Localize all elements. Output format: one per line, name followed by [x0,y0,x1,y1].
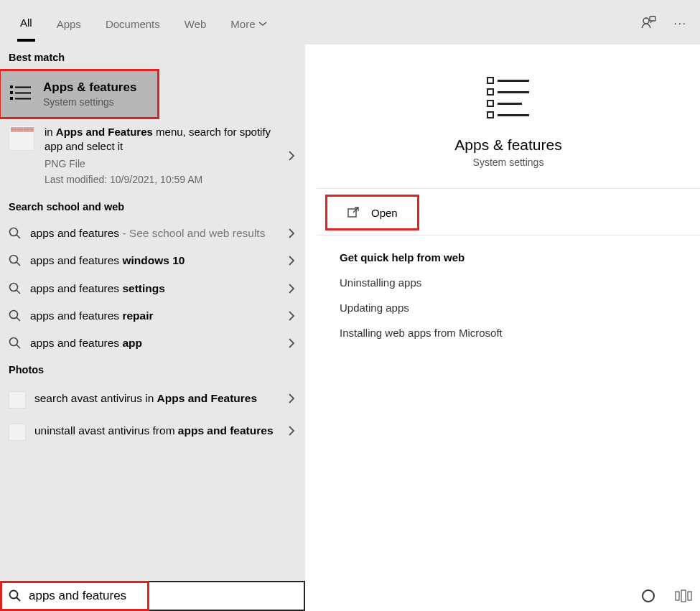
best-match-title: Apps & features [43,80,136,95]
help-link-updating[interactable]: Updating apps [340,302,677,314]
svg-rect-20 [487,78,493,83]
svg-point-16 [10,337,18,345]
chevron-right-icon [288,337,295,349]
tab-more-label: More [230,18,255,30]
web-result-3[interactable]: apps and features repair [0,302,305,330]
search-icon [9,589,22,602]
tab-apps[interactable]: Apps [54,5,84,40]
more-options-icon[interactable]: ··· [673,17,687,29]
best-match-subtitle: System settings [43,96,136,108]
svg-rect-1 [650,17,655,21]
search-bar[interactable] [0,581,305,611]
svg-point-0 [643,18,649,24]
web-result-1[interactable]: apps and features windows 10 [0,247,305,274]
tab-documents[interactable]: Documents [103,5,163,40]
tab-more[interactable]: More [228,5,269,40]
svg-point-14 [10,310,18,318]
svg-point-29 [643,590,654,602]
svg-rect-6 [10,97,13,100]
search-icon [9,227,22,240]
best-match-result[interactable]: Apps & features System settings [0,70,158,118]
apps-features-large-icon [480,70,536,126]
open-label: Open [371,207,398,219]
web-result-prefix: apps and features [30,282,122,294]
svg-rect-26 [487,112,493,118]
web-result-2[interactable]: apps and features settings [0,275,305,302]
svg-line-17 [17,345,20,348]
help-link-uninstalling[interactable]: Uninstalling apps [340,276,677,289]
svg-rect-31 [681,590,686,602]
photo-result-pre: uninstall avast antivirus from [34,424,178,437]
svg-line-11 [17,262,20,266]
open-button[interactable]: Open [327,196,418,229]
svg-rect-21 [498,80,529,82]
svg-point-10 [10,256,18,263]
topbar: All Apps Documents Web More ··· [0,0,700,45]
file-result-text-bold: Apps and Features [56,126,153,138]
search-tabs: All Apps Documents Web More [17,4,270,42]
file-result[interactable]: ▓▓▓▓▓▓▓▓▓▓▓▓ in Apps and Features menu, … [0,118,305,194]
apps-features-icon [9,82,33,106]
svg-rect-30 [676,592,679,600]
photo-result-pre: search avast antivirus in [34,392,157,404]
details-title: Apps & features [454,136,561,154]
web-result-suffix: - See school and web results [119,227,265,239]
web-result-4[interactable]: apps and features app [0,330,305,357]
photo-thumb-icon [9,391,26,409]
search-bar-wrap [0,581,305,611]
svg-rect-32 [688,592,691,600]
photo-result-bold: Apps and Features [157,392,258,404]
search-icon [9,282,22,295]
svg-rect-28 [348,209,356,217]
web-result-bold: repair [122,309,153,322]
tab-web[interactable]: Web [182,5,210,40]
svg-line-19 [17,597,20,601]
help-heading: Get quick help from web [340,251,677,263]
web-result-prefix: apps and features [30,337,122,349]
photo-result-1[interactable]: uninstall avast antivirus from apps and … [0,415,305,447]
photo-result-0[interactable]: search avast antivirus in Apps and Featu… [0,383,305,415]
svg-rect-7 [15,98,31,100]
photo-thumb-icon [9,424,26,441]
chevron-right-icon [288,283,295,294]
open-icon [347,206,360,219]
svg-rect-27 [498,114,529,116]
svg-line-13 [17,290,20,294]
web-result-bold: settings [122,282,164,294]
file-result-type: PNG File [45,157,276,171]
chevron-right-icon [288,150,295,162]
web-result-bold: windows 10 [122,254,185,266]
details-panel: Apps & features System settings Open Get… [317,45,700,611]
tab-all[interactable]: All [17,4,35,42]
results-panel: Best match Apps & features System settin… [0,45,305,611]
section-photos: Photos [0,357,305,383]
web-result-prefix: apps and features [30,227,119,239]
file-thumb-icon: ▓▓▓▓▓▓▓▓▓▓▓▓ [9,125,34,151]
svg-rect-2 [10,85,13,88]
chevron-right-icon [288,228,295,239]
svg-rect-3 [15,87,31,88]
details-subtitle: System settings [473,157,544,168]
web-result-bold: app [122,337,142,349]
search-icon [9,254,22,267]
chevron-right-icon [288,310,295,322]
task-view-icon[interactable] [675,584,692,607]
web-result-0[interactable]: apps and features - See school and web r… [0,220,305,247]
feedback-icon[interactable] [640,14,656,30]
help-link-installing[interactable]: Installing web apps from Microsoft [340,327,677,339]
section-best-match: Best match [0,45,305,70]
svg-rect-22 [487,89,493,95]
taskbar [633,581,700,611]
chevron-down-icon [258,19,267,28]
chevron-right-icon [288,425,295,437]
chevron-right-icon [288,393,295,404]
search-input[interactable] [29,582,304,610]
web-result-prefix: apps and features [30,309,122,322]
web-result-prefix: apps and features [30,254,122,266]
svg-point-18 [10,591,18,599]
topbar-right: ··· [640,14,687,30]
cortana-icon[interactable] [640,584,656,607]
svg-rect-23 [498,91,529,93]
svg-line-9 [17,235,20,238]
svg-rect-4 [10,91,13,94]
